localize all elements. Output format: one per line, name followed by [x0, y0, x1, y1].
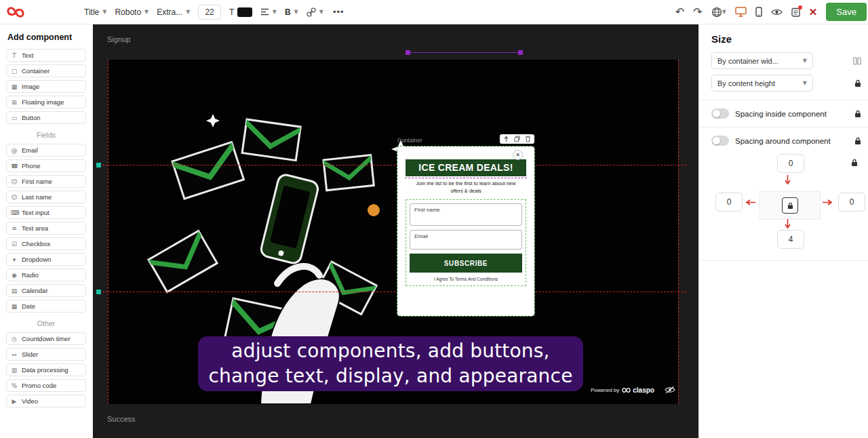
desktop-view-button[interactable]: [735, 7, 747, 17]
other-item[interactable]: % Promo code: [6, 379, 86, 392]
delete-button[interactable]: [525, 136, 531, 142]
component-item[interactable]: ▢ Container: [6, 64, 86, 77]
field-item[interactable]: ≡ Text area: [6, 222, 86, 235]
size-panel-title: Size: [711, 33, 865, 45]
width-handle-right[interactable]: [518, 50, 523, 55]
notes-button[interactable]: [791, 7, 800, 17]
claspo-logo-icon: [622, 387, 631, 393]
app-logo[interactable]: [0, 5, 31, 20]
duplicate-button[interactable]: [514, 136, 520, 142]
field-item[interactable]: ☑ Checkbox: [6, 237, 86, 250]
width-handle-left[interactable]: [406, 50, 410, 55]
lock-icon[interactable]: [854, 110, 861, 118]
spacing-bottom-input[interactable]: 4: [777, 230, 804, 249]
field-item[interactable]: ◉ Radio: [6, 268, 86, 281]
save-button[interactable]: Save: [826, 3, 867, 21]
text-style-dropdown[interactable]: Title ▼: [84, 7, 106, 17]
link-dropdown[interactable]: ▼: [307, 7, 323, 17]
popup-design-area[interactable]: adjust components, add buttons, change t…: [108, 60, 678, 404]
spacing-right-input[interactable]: 0: [838, 193, 865, 212]
desktop-icon: [735, 7, 747, 17]
eye-off-icon: [665, 386, 675, 394]
columns-icon[interactable]: [853, 57, 861, 65]
lock-icon[interactable]: [854, 137, 861, 145]
field-item[interactable]: ▦ Date: [6, 300, 86, 313]
field-item[interactable]: ☎ Phone: [6, 159, 86, 172]
popup-close-button[interactable]: ✕: [513, 150, 523, 160]
field-item[interactable]: @ Email: [6, 144, 86, 157]
text-style-value: Title: [84, 7, 99, 17]
font-family-dropdown[interactable]: Roboto ▼: [115, 7, 149, 17]
field-item[interactable]: ☺ First name: [6, 175, 86, 188]
mobile-view-button[interactable]: [755, 7, 762, 17]
success-state-label[interactable]: Success: [107, 415, 136, 423]
toggle-knob: [713, 110, 720, 117]
width-mode-select[interactable]: By container wid... ▼: [711, 52, 813, 69]
field-item-label: Dropdown: [22, 256, 51, 263]
more-options-button[interactable]: •••: [332, 7, 346, 17]
link-icon: [307, 7, 316, 17]
text-color-button[interactable]: T: [229, 7, 252, 17]
undo-icon: ↶: [675, 7, 684, 18]
other-item[interactable]: ▶ Video: [6, 395, 86, 407]
other-icon: %: [11, 382, 18, 389]
component-item[interactable]: ⊞ Floating image: [6, 96, 86, 108]
other-item[interactable]: ↔ Slider: [6, 348, 86, 361]
field-item[interactable]: ☺ Last name: [6, 191, 86, 203]
redo-button[interactable]: ↷: [693, 7, 702, 18]
divider: [699, 100, 868, 100]
popup-title[interactable]: ICE CREAM DEALS!: [406, 159, 526, 176]
right-guide-line: [678, 60, 679, 404]
language-dropdown[interactable]: ▼: [711, 7, 726, 18]
component-item[interactable]: ▦ Image: [6, 80, 86, 93]
terms-text[interactable]: I Agree To Terms And Conditions: [410, 277, 522, 281]
close-editor-button[interactable]: ✕: [809, 6, 818, 18]
signup-state-label[interactable]: Signup: [107, 35, 130, 43]
font-size-input[interactable]: 22: [198, 5, 220, 20]
font-weight-dropdown[interactable]: Extra... ▼: [157, 7, 190, 17]
powered-by-badge: Powered by claspo: [591, 386, 675, 394]
guide-handle[interactable]: [96, 290, 101, 294]
lock-icon[interactable]: [854, 79, 861, 87]
spacing-left-input[interactable]: 0: [715, 193, 743, 212]
field-item[interactable]: ⌨ Text input: [6, 206, 86, 219]
fields-section-title: Fields: [6, 131, 86, 139]
lock-icon[interactable]: [851, 159, 858, 167]
field-item[interactable]: ▤ Calendar: [6, 284, 86, 297]
spacing-around-toggle[interactable]: [711, 136, 729, 146]
other-item[interactable]: ◷ Countdown timer: [6, 332, 86, 345]
overlay-line-1: adjust components, add buttons,: [231, 339, 549, 363]
container-actions: [500, 134, 534, 144]
height-mode-select[interactable]: By content height ▼: [711, 75, 813, 92]
form-fields-container[interactable]: First name Email SUBSCRIBE I Agree To Te…: [406, 199, 526, 286]
width-mode-value: By container wid...: [717, 57, 778, 65]
spacing-inside-toggle[interactable]: [711, 108, 729, 119]
subscribe-button[interactable]: SUBSCRIBE: [410, 254, 522, 273]
other-item[interactable]: ▥ Data processing: [6, 363, 86, 376]
hide-badge-button[interactable]: [665, 386, 675, 394]
email-field[interactable]: Email: [410, 230, 522, 250]
field-item-label: First name: [22, 178, 52, 185]
chevron-down-icon: ▼: [319, 9, 323, 15]
design-canvas[interactable]: Signup: [93, 24, 698, 438]
left-guide-line: [108, 60, 108, 404]
field-item[interactable]: ▾ Dropdown: [6, 253, 86, 266]
first-name-field[interactable]: First name: [410, 203, 522, 226]
preview-button[interactable]: [771, 8, 783, 16]
component-item[interactable]: T Text: [6, 49, 86, 62]
divider: [699, 260, 868, 261]
popup-subtitle[interactable]: Join the list to be the first to learn a…: [415, 180, 517, 195]
guide-handle[interactable]: [96, 163, 101, 167]
align-dropdown[interactable]: ▼: [260, 8, 277, 16]
component-item[interactable]: ▭ Button: [6, 111, 86, 124]
format-controls: Title ▼ Roboto ▼ Extra... ▼ 22 T ▼ B: [84, 5, 346, 20]
move-up-button[interactable]: [503, 136, 509, 142]
spacing-top-input[interactable]: 0: [777, 154, 804, 173]
notification-dot: [798, 5, 802, 9]
chevron-down-icon: ▼: [803, 80, 807, 86]
other-item-label: Data processing: [22, 366, 68, 374]
popup-container[interactable]: ✕ ICE CREAM DEALS! Join the list to be t…: [397, 146, 534, 316]
popup-builder-app: Title ▼ Roboto ▼ Extra... ▼ 22 T ▼ B: [0, 0, 868, 438]
undo-button[interactable]: ↶: [675, 7, 684, 18]
bold-dropdown[interactable]: B ▼: [285, 7, 298, 17]
